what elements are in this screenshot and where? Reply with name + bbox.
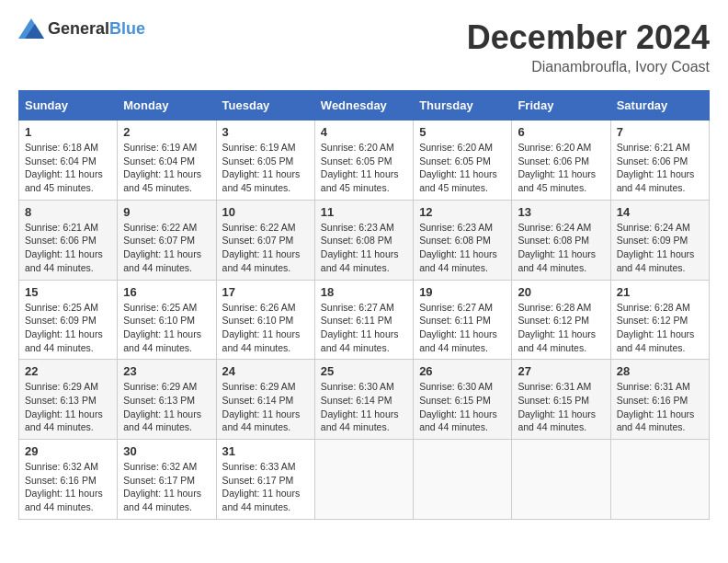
day-number: 21 <box>617 285 703 299</box>
day-detail: Sunrise: 6:23 AMSunset: 6:08 PMDaylight:… <box>419 222 497 273</box>
table-row: 30 Sunrise: 6:32 AMSunset: 6:17 PMDaylig… <box>118 440 216 520</box>
week-row-2: 8 Sunrise: 6:21 AMSunset: 6:06 PMDayligh… <box>19 200 710 280</box>
day-detail: Sunrise: 6:31 AMSunset: 6:15 PMDaylight:… <box>518 381 596 432</box>
table-row: 10 Sunrise: 6:22 AMSunset: 6:07 PMDaylig… <box>216 200 314 280</box>
day-detail: Sunrise: 6:28 AMSunset: 6:12 PMDaylight:… <box>518 302 596 353</box>
col-friday: Friday <box>512 91 610 121</box>
day-detail: Sunrise: 6:32 AMSunset: 6:17 PMDaylight:… <box>123 461 201 512</box>
col-tuesday: Tuesday <box>216 91 314 121</box>
day-detail: Sunrise: 6:20 AMSunset: 6:06 PMDaylight:… <box>518 142 596 193</box>
table-row: 7 Sunrise: 6:21 AMSunset: 6:06 PMDayligh… <box>610 121 709 201</box>
day-detail: Sunrise: 6:22 AMSunset: 6:07 PMDaylight:… <box>222 222 301 273</box>
day-detail: Sunrise: 6:21 AMSunset: 6:06 PMDaylight:… <box>617 142 695 193</box>
table-row: 24 Sunrise: 6:29 AMSunset: 6:14 PMDaylig… <box>216 360 314 440</box>
day-number: 1 <box>25 125 111 139</box>
day-detail: Sunrise: 6:25 AMSunset: 6:09 PMDaylight:… <box>25 302 103 353</box>
table-row: 29 Sunrise: 6:32 AMSunset: 6:16 PMDaylig… <box>19 440 118 520</box>
table-row: 26 Sunrise: 6:30 AMSunset: 6:15 PMDaylig… <box>414 360 512 440</box>
day-number: 7 <box>617 125 703 139</box>
calendar-header-row: Sunday Monday Tuesday Wednesday Thursday… <box>19 91 710 121</box>
col-saturday: Saturday <box>610 91 709 121</box>
table-row: 3 Sunrise: 6:19 AMSunset: 6:05 PMDayligh… <box>216 121 314 201</box>
day-number: 30 <box>123 444 210 458</box>
day-number: 18 <box>321 285 407 299</box>
day-detail: Sunrise: 6:33 AMSunset: 6:17 PMDaylight:… <box>222 461 301 512</box>
logo-general: General <box>48 19 109 38</box>
logo-icon <box>18 18 44 39</box>
day-detail: Sunrise: 6:22 AMSunset: 6:07 PMDaylight:… <box>123 222 201 273</box>
table-row: 21 Sunrise: 6:28 AMSunset: 6:12 PMDaylig… <box>610 280 709 360</box>
table-row <box>314 440 413 520</box>
col-wednesday: Wednesday <box>314 91 413 121</box>
table-row: 14 Sunrise: 6:24 AMSunset: 6:09 PMDaylig… <box>610 200 709 280</box>
page-header: GeneralBlue December 2024 Dianambroufla,… <box>18 18 710 75</box>
table-row: 1 Sunrise: 6:18 AMSunset: 6:04 PMDayligh… <box>19 121 118 201</box>
table-row: 8 Sunrise: 6:21 AMSunset: 6:06 PMDayligh… <box>19 200 118 280</box>
day-number: 19 <box>419 285 506 299</box>
day-number: 12 <box>419 205 506 219</box>
day-detail: Sunrise: 6:21 AMSunset: 6:06 PMDaylight:… <box>25 222 103 273</box>
day-detail: Sunrise: 6:18 AMSunset: 6:04 PMDaylight:… <box>25 142 103 193</box>
location-title: Dianambroufla, Ivory Coast <box>467 59 710 75</box>
day-detail: Sunrise: 6:27 AMSunset: 6:11 PMDaylight:… <box>419 302 497 353</box>
day-detail: Sunrise: 6:28 AMSunset: 6:12 PMDaylight:… <box>617 302 695 353</box>
day-detail: Sunrise: 6:24 AMSunset: 6:09 PMDaylight:… <box>617 222 695 273</box>
day-number: 29 <box>25 444 111 458</box>
table-row: 11 Sunrise: 6:23 AMSunset: 6:08 PMDaylig… <box>314 200 413 280</box>
logo-blue: Blue <box>109 19 145 38</box>
day-number: 28 <box>617 364 703 378</box>
day-number: 31 <box>222 444 309 458</box>
table-row: 17 Sunrise: 6:26 AMSunset: 6:10 PMDaylig… <box>216 280 314 360</box>
logo: GeneralBlue <box>18 18 145 39</box>
day-detail: Sunrise: 6:30 AMSunset: 6:15 PMDaylight:… <box>419 381 497 432</box>
table-row: 13 Sunrise: 6:24 AMSunset: 6:08 PMDaylig… <box>512 200 610 280</box>
calendar-table: Sunday Monday Tuesday Wednesday Thursday… <box>18 90 710 520</box>
week-row-1: 1 Sunrise: 6:18 AMSunset: 6:04 PMDayligh… <box>19 121 710 201</box>
table-row <box>512 440 610 520</box>
day-number: 16 <box>123 285 210 299</box>
day-number: 6 <box>518 125 604 139</box>
day-detail: Sunrise: 6:23 AMSunset: 6:08 PMDaylight:… <box>321 222 399 273</box>
day-number: 25 <box>321 364 407 378</box>
week-row-3: 15 Sunrise: 6:25 AMSunset: 6:09 PMDaylig… <box>19 280 710 360</box>
day-detail: Sunrise: 6:25 AMSunset: 6:10 PMDaylight:… <box>123 302 201 353</box>
table-row: 19 Sunrise: 6:27 AMSunset: 6:11 PMDaylig… <box>414 280 512 360</box>
table-row: 9 Sunrise: 6:22 AMSunset: 6:07 PMDayligh… <box>118 200 216 280</box>
table-row: 12 Sunrise: 6:23 AMSunset: 6:08 PMDaylig… <box>414 200 512 280</box>
table-row: 16 Sunrise: 6:25 AMSunset: 6:10 PMDaylig… <box>118 280 216 360</box>
day-detail: Sunrise: 6:19 AMSunset: 6:05 PMDaylight:… <box>222 142 301 193</box>
table-row: 4 Sunrise: 6:20 AMSunset: 6:05 PMDayligh… <box>314 121 413 201</box>
day-number: 15 <box>25 285 111 299</box>
table-row: 6 Sunrise: 6:20 AMSunset: 6:06 PMDayligh… <box>512 121 610 201</box>
day-number: 26 <box>419 364 506 378</box>
table-row: 27 Sunrise: 6:31 AMSunset: 6:15 PMDaylig… <box>512 360 610 440</box>
day-number: 17 <box>222 285 309 299</box>
day-number: 22 <box>25 364 111 378</box>
day-number: 4 <box>321 125 407 139</box>
day-detail: Sunrise: 6:26 AMSunset: 6:10 PMDaylight:… <box>222 302 301 353</box>
day-number: 3 <box>222 125 309 139</box>
day-number: 2 <box>123 125 210 139</box>
day-detail: Sunrise: 6:32 AMSunset: 6:16 PMDaylight:… <box>25 461 103 512</box>
day-number: 14 <box>617 205 703 219</box>
day-detail: Sunrise: 6:20 AMSunset: 6:05 PMDaylight:… <box>321 142 399 193</box>
col-thursday: Thursday <box>414 91 512 121</box>
week-row-4: 22 Sunrise: 6:29 AMSunset: 6:13 PMDaylig… <box>19 360 710 440</box>
title-area: December 2024 Dianambroufla, Ivory Coast <box>467 18 710 75</box>
table-row <box>414 440 512 520</box>
table-row <box>610 440 709 520</box>
col-sunday: Sunday <box>19 91 118 121</box>
day-number: 20 <box>518 285 604 299</box>
table-row: 2 Sunrise: 6:19 AMSunset: 6:04 PMDayligh… <box>118 121 216 201</box>
day-detail: Sunrise: 6:19 AMSunset: 6:04 PMDaylight:… <box>123 142 201 193</box>
table-row: 22 Sunrise: 6:29 AMSunset: 6:13 PMDaylig… <box>19 360 118 440</box>
table-row: 25 Sunrise: 6:30 AMSunset: 6:14 PMDaylig… <box>314 360 413 440</box>
table-row: 15 Sunrise: 6:25 AMSunset: 6:09 PMDaylig… <box>19 280 118 360</box>
day-detail: Sunrise: 6:30 AMSunset: 6:14 PMDaylight:… <box>321 381 399 432</box>
day-number: 8 <box>25 205 111 219</box>
day-number: 24 <box>222 364 309 378</box>
day-number: 9 <box>123 205 210 219</box>
day-detail: Sunrise: 6:29 AMSunset: 6:14 PMDaylight:… <box>222 381 301 432</box>
month-title: December 2024 <box>467 18 710 57</box>
table-row: 23 Sunrise: 6:29 AMSunset: 6:13 PMDaylig… <box>118 360 216 440</box>
